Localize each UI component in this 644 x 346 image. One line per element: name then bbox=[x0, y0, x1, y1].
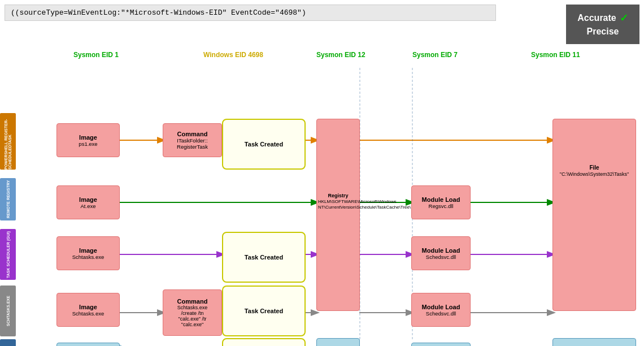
col-header-sysmon7: Sysmon EID 7 bbox=[412, 51, 458, 59]
col-header-sysmon12: Sysmon EID 12 bbox=[316, 51, 365, 59]
sidebar-remote-registry: REMOTE REGISTRY bbox=[0, 178, 16, 220]
box-task-created-r3: Task Created bbox=[222, 232, 306, 283]
box-module-schedsvc-r4: Module Load Schedsvc.dll bbox=[411, 293, 471, 327]
box-image-schtasks-r3: Image Schtasks.exe bbox=[56, 236, 120, 270]
box-file-benign: File "C:\Windows\System32\Tasks" bbox=[552, 338, 636, 346]
col-header-sysmon11: Sysmon EID 11 bbox=[531, 51, 580, 59]
sidebar-powershell: POWERSHELL REGISTER- SCHEDULEDTASK bbox=[0, 113, 16, 170]
box-module-schedsvc-benign: Module Load Schedsvc.dll bbox=[411, 343, 471, 346]
check-icon: ✓ bbox=[620, 12, 628, 24]
sidebar-task-scheduler: TASK SCHEDULER (GUI) bbox=[0, 229, 16, 280]
accurate-label: Accurate bbox=[577, 13, 616, 23]
box-task-created-r4: Task Created bbox=[222, 286, 306, 336]
badge: Accurate ✓ Precise bbox=[566, 5, 639, 44]
query-bar: ((sourceType=WinEventLog:"*Microsoft-Win… bbox=[5, 5, 496, 21]
box-image-ps1: Image ps1.exe bbox=[56, 123, 120, 157]
box-image-adobe: Image Launch AdobeCCXProcess bbox=[56, 343, 120, 346]
box-image-schtasks-r4: Image Schtasks.exe bbox=[56, 293, 120, 327]
box-command-itaskfolder: Command ITaskFolder::RegisterTask bbox=[163, 123, 222, 157]
sidebar-schtasks-exe: SCHTASKS.EXE bbox=[0, 286, 16, 336]
box-module-schedsvc-r3: Module Load Schedsvc.dll bbox=[411, 236, 471, 270]
col-header-sysmon1: Sysmon EID 1 bbox=[73, 51, 119, 59]
box-task-created-r1: Task Created bbox=[222, 119, 306, 170]
col-header-wineid: Windows EID 4698 bbox=[203, 51, 263, 59]
box-sysmon11-main: File "C:\Windows\System32\Tasks" bbox=[552, 119, 636, 311]
sidebar-benign: BENIGN bbox=[0, 339, 16, 346]
box-command-schtasks-r4: Command Schtasks.exe/create /tn"calc.exe… bbox=[163, 289, 222, 336]
box-task-created-r5: Task Created bbox=[222, 338, 306, 346]
box-sysmon12-main: Registry HKLM\SOFTWARE\Microsoft\Windows… bbox=[316, 119, 360, 311]
precise-label: Precise bbox=[587, 27, 619, 36]
diagram: Sysmon EID 1 Windows EID 4698 Sysmon EID… bbox=[0, 51, 644, 345]
query-text: ((sourceType=WinEventLog:"*Microsoft-Win… bbox=[11, 8, 306, 17]
box-module-regsvc: Module Load Regsvc.dll bbox=[411, 185, 471, 219]
box-sysmon12-benign: Registry HKLM\SOFTWARE\Microsoft\Windows… bbox=[316, 338, 360, 346]
box-image-at: Image At.exe bbox=[56, 185, 120, 219]
